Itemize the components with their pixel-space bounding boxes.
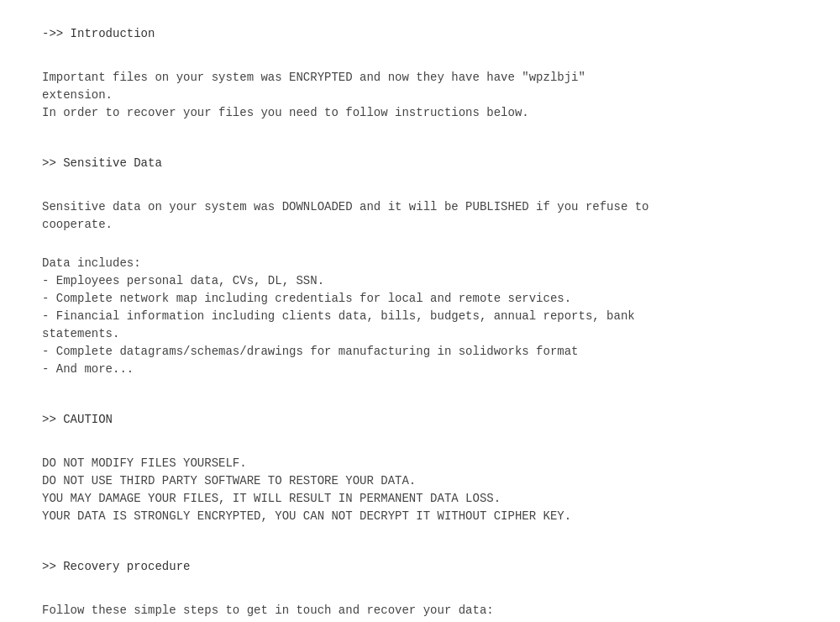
recovery-section: >> Recovery procedure Follow these simpl… — [42, 558, 798, 622]
ransomware-note: ->> Introduction Important files on your… — [42, 25, 798, 622]
recovery-heading: >> Recovery procedure — [42, 558, 798, 576]
introduction-section: ->> Introduction Important files on your… — [42, 25, 798, 122]
caution-body: DO NOT MODIFY FILES YOURSELF. DO NOT USE… — [42, 455, 798, 525]
sensitive-data-heading: >> Sensitive Data — [42, 155, 798, 172]
introduction-heading: ->> Introduction — [42, 25, 798, 43]
recovery-steps: Follow these simple steps to get in touc… — [42, 602, 798, 622]
caution-section: >> CAUTION DO NOT MODIFY FILES YOURSELF.… — [42, 411, 798, 525]
caution-heading: >> CAUTION — [42, 411, 798, 429]
sensitive-data-intro: Sensitive data on your system was DOWNLO… — [42, 198, 798, 234]
introduction-body: Important files on your system was ENCRY… — [42, 69, 798, 122]
sensitive-data-list: Data includes: - Employees personal data… — [42, 255, 798, 378]
sensitive-data-section: >> Sensitive Data Sensitive data on your… — [42, 155, 798, 378]
